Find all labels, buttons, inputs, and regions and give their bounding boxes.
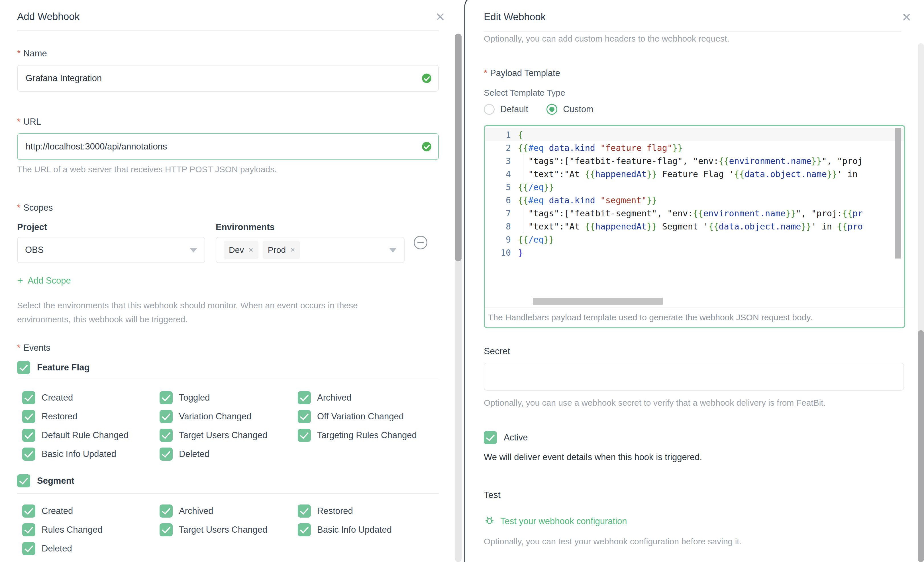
- name-input[interactable]: [17, 65, 439, 92]
- event-checkbox[interactable]: [22, 448, 35, 460]
- code-line[interactable]: 6{{#eq data.kind "segment"}}: [484, 194, 904, 207]
- code-line[interactable]: 9{{/eq}}: [484, 233, 904, 246]
- remove-scope-button[interactable]: [414, 236, 428, 250]
- right-dialog-scrollbar-thumb[interactable]: [918, 330, 924, 562]
- remove-tag-icon[interactable]: ×: [249, 246, 253, 254]
- remove-tag-icon[interactable]: ×: [290, 246, 295, 254]
- url-label: * URL: [17, 117, 439, 127]
- secret-input[interactable]: [484, 363, 904, 391]
- active-checkbox[interactable]: [484, 431, 497, 444]
- event-checkbox[interactable]: [22, 505, 35, 517]
- event-checkbox[interactable]: [22, 429, 35, 442]
- environments-label: Environments: [216, 222, 405, 232]
- secret-helper-text: Optionally, you can use a webhook secret…: [484, 398, 924, 408]
- test-webhook-link[interactable]: Test your webhook configuration: [484, 514, 924, 528]
- event-group-header: Segment: [17, 474, 439, 487]
- event-checkbox[interactable]: [22, 391, 35, 404]
- environment-tag[interactable]: Prod×: [263, 241, 300, 259]
- caret-down-icon: [190, 248, 197, 253]
- event-checkbox-item[interactable]: Restored: [298, 505, 439, 517]
- event-checkbox[interactable]: [298, 523, 311, 537]
- code-line[interactable]: 3 "tags":["featbit-feature-flag", "env:{…: [484, 154, 904, 167]
- payload-template-editor[interactable]: 1{2{{#eq data.kind "feature flag"}}3 "ta…: [484, 125, 905, 328]
- event-group-header: Feature Flag: [17, 361, 439, 374]
- indent-guide: [523, 154, 524, 167]
- required-asterisk: *: [484, 68, 487, 78]
- radio-custom[interactable]: Custom: [546, 104, 594, 115]
- test-helper-text: Optionally, you can test your webhook co…: [484, 537, 924, 546]
- event-checkbox[interactable]: [159, 448, 172, 460]
- payload-template-label: * Payload Template: [484, 68, 924, 78]
- code-area[interactable]: 1{2{{#eq data.kind "feature flag"}}3 "ta…: [484, 126, 904, 308]
- code-line[interactable]: 1{: [484, 128, 904, 141]
- project-select-value: OBS: [25, 245, 44, 255]
- line-number: 8: [484, 221, 511, 232]
- code-text: {{/eq}}: [518, 182, 554, 192]
- event-checkbox[interactable]: [22, 542, 35, 555]
- event-checkbox[interactable]: [298, 391, 311, 404]
- event-checkbox[interactable]: [159, 391, 172, 404]
- event-checkbox-item[interactable]: Restored: [22, 410, 159, 423]
- add-scope-link[interactable]: + Add Scope: [17, 276, 439, 286]
- code-line[interactable]: 7 "tags":["featbit-segment", "env:{{envi…: [484, 207, 904, 220]
- project-select[interactable]: OBS: [17, 237, 205, 263]
- template-type-radios: Default Custom: [484, 104, 924, 115]
- event-checkbox[interactable]: [159, 410, 172, 423]
- event-checkbox[interactable]: [159, 429, 172, 442]
- event-checkbox-item[interactable]: Archived: [298, 391, 439, 404]
- event-checkbox[interactable]: [159, 505, 172, 517]
- code-line[interactable]: 10}: [484, 246, 904, 259]
- event-checkbox-item[interactable]: Rules Changed: [22, 523, 159, 537]
- event-checkbox[interactable]: [298, 429, 311, 442]
- code-line[interactable]: 2{{#eq data.kind "feature flag"}}: [484, 141, 904, 154]
- editor-horizontal-scrollbar-thumb[interactable]: [533, 298, 663, 305]
- event-label: Created: [42, 506, 73, 516]
- group-checkbox[interactable]: [17, 361, 30, 374]
- radio-circle-icon: [546, 104, 557, 115]
- editor-vertical-scrollbar-thumb[interactable]: [895, 128, 901, 259]
- code-line[interactable]: 4 "text":"At {{happenedAt}} Feature Flag…: [484, 167, 904, 181]
- group-checkbox[interactable]: [17, 474, 30, 487]
- event-checkbox-item[interactable]: Target Users Changed: [159, 523, 298, 537]
- active-checkbox-row[interactable]: Active: [484, 431, 924, 444]
- event-checkbox-item[interactable]: Toggled: [159, 391, 298, 404]
- event-checkbox[interactable]: [298, 410, 311, 423]
- event-label: Variation Changed: [179, 411, 252, 422]
- event-checkbox-item[interactable]: Deleted: [22, 542, 159, 555]
- line-number: 1: [484, 130, 511, 140]
- event-checkbox[interactable]: [298, 505, 311, 517]
- environments-select[interactable]: Dev×Prod×: [216, 237, 405, 263]
- name-label: * Name: [17, 48, 439, 59]
- left-dialog-scrollbar-thumb[interactable]: [455, 34, 462, 262]
- event-checkbox[interactable]: [22, 410, 35, 423]
- event-checkbox-item[interactable]: Target Users Changed: [159, 429, 298, 442]
- event-checkbox-item[interactable]: Created: [22, 391, 159, 404]
- secret-field-wrap: [484, 363, 904, 391]
- close-icon[interactable]: [902, 12, 912, 22]
- event-checkbox[interactable]: [159, 523, 172, 537]
- event-checkbox-item[interactable]: Variation Changed: [159, 410, 298, 423]
- event-label: Created: [42, 393, 73, 403]
- headers-helper-text: Optionally, you can add custom headers t…: [484, 34, 924, 43]
- code-line[interactable]: 8 "text":"At {{happenedAt}} Segment '{{d…: [484, 220, 904, 233]
- event-checkbox-item[interactable]: Basic Info Updated: [298, 523, 439, 537]
- event-checkbox-item[interactable]: Targeting Rules Changed: [298, 429, 439, 442]
- header-divider: [484, 31, 901, 31]
- event-checkbox-item[interactable]: Archived: [159, 505, 298, 517]
- url-input[interactable]: [17, 133, 439, 160]
- radio-default[interactable]: Default: [484, 104, 528, 115]
- event-checkbox-item[interactable]: Default Rule Changed: [22, 429, 159, 442]
- event-checkbox-item[interactable]: Off Variation Changed: [298, 410, 439, 423]
- close-icon[interactable]: [435, 12, 445, 22]
- code-line[interactable]: 5{{/eq}}: [484, 181, 904, 194]
- indent-guide: [523, 207, 524, 220]
- group-divider: [17, 380, 439, 380]
- event-checkbox-item[interactable]: Created: [22, 505, 159, 517]
- name-field-wrap: [17, 65, 439, 92]
- indent-guide: [523, 220, 524, 233]
- environment-tag[interactable]: Dev×: [224, 241, 258, 259]
- code-text: }: [518, 248, 523, 258]
- event-checkbox-item[interactable]: Basic Info Updated: [22, 448, 159, 460]
- event-checkbox-item[interactable]: Deleted: [159, 448, 298, 460]
- event-checkbox[interactable]: [22, 523, 35, 537]
